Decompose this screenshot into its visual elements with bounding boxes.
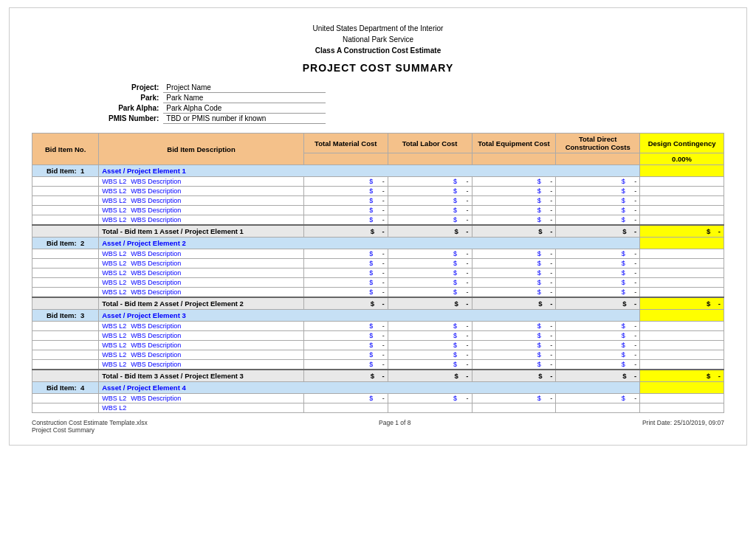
col-labor-spacer [388, 153, 472, 165]
wbs-desc-cell: WBS L2 WBS Description [99, 360, 304, 370]
wbs-equipment-cost: $ - [472, 177, 556, 187]
wbs-design-col [640, 249, 724, 259]
wbs-labor-cost: $ - [388, 360, 472, 370]
wbs-direct-cost: $ - [556, 215, 640, 226]
wbs-empty-no [32, 322, 99, 331]
wbs-direct-cost: $ - [556, 350, 640, 360]
project-label: Project: [106, 83, 163, 93]
agency-line3: Class A Construction Cost Estimate [32, 45, 724, 56]
wbs-empty-no [32, 360, 99, 370]
wbs-row: WBS L2 WBS Description $ - $ - $ - $ - [32, 322, 724, 331]
wbs-material-cost [303, 403, 388, 413]
wbs-empty-no [32, 350, 99, 360]
wbs-empty-no [32, 249, 99, 259]
wbs-material-cost: $ - [303, 177, 388, 187]
wbs-material-cost: $ - [303, 249, 388, 259]
bid-item-total-row: Total - Bid Item 1 Asset / Project Eleme… [32, 225, 724, 238]
footer-sheet-name: Project Cost Summary [32, 426, 148, 434]
wbs-empty-no [32, 259, 99, 268]
wbs-material-cost: $ - [303, 268, 388, 278]
wbs-desc-cell: WBS L2 WBS Description [99, 249, 304, 259]
bid-item-header-row: Bid Item: 3 Asset / Project Element 3 [32, 310, 724, 322]
wbs-equipment-cost: $ - [472, 196, 556, 206]
wbs-direct-cost: $ - [556, 268, 640, 278]
bid-item-design-cell [640, 310, 724, 322]
wbs-empty-no [32, 403, 99, 413]
bid-item-asset: Asset / Project Element 1 [99, 165, 640, 177]
wbs-equipment-cost: $ - [472, 249, 556, 259]
wbs-labor-cost: $ - [388, 215, 472, 226]
wbs-equipment-cost: $ - [472, 259, 556, 268]
wbs-desc-cell: WBS L2 WBS Description [99, 177, 304, 187]
wbs-design-col [640, 259, 724, 268]
wbs-empty-no [32, 187, 99, 196]
bid-item-design-cell [640, 165, 724, 177]
wbs-labor-cost: $ - [388, 206, 472, 215]
wbs-empty-no [32, 177, 99, 187]
bid-item-header-row: Bid Item: 2 Asset / Project Element 2 [32, 238, 724, 249]
wbs-empty-no [32, 341, 99, 350]
wbs-material-cost: $ - [303, 288, 388, 298]
wbs-desc-cell: WBS L2 WBS Description [99, 259, 304, 268]
wbs-design-col [640, 360, 724, 370]
bid-item-asset: Asset / Project Element 4 [99, 382, 640, 394]
wbs-labor-cost: $ - [388, 350, 472, 360]
wbs-equipment-cost: $ - [472, 350, 556, 360]
wbs-labor-cost: $ - [388, 259, 472, 268]
total-direct: $ - [556, 370, 640, 382]
wbs-row: WBS L2 WBS Description $ - $ - $ - $ - [32, 259, 724, 268]
wbs-labor-cost: $ - [388, 331, 472, 341]
bid-item-number: Bid Item: 3 [32, 310, 99, 322]
wbs-desc-cell: WBS L2 WBS Description [99, 215, 304, 226]
page-footer: Construction Cost Estimate Template.xlsx… [32, 419, 724, 434]
wbs-direct-cost: $ - [556, 360, 640, 370]
wbs-desc-cell: WBS L2 WBS Description [99, 322, 304, 331]
wbs-material-cost: $ - [303, 196, 388, 206]
wbs-row: WBS L2 WBS Description $ - $ - $ - $ - [32, 288, 724, 298]
wbs-desc-cell: WBS L2 WBS Description [99, 196, 304, 206]
wbs-design-col [640, 196, 724, 206]
total-row-label: Total - Bid Item 1 Asset / Project Eleme… [99, 225, 304, 238]
wbs-labor-cost: $ - [388, 268, 472, 278]
wbs-row: WBS L2 WBS Description $ - $ - $ - $ - [32, 196, 724, 206]
total-design: $ - [640, 225, 724, 238]
wbs-material-cost: $ - [303, 394, 388, 403]
wbs-design-col [640, 187, 724, 196]
col-total-direct: Total Direct Construction Costs [556, 134, 640, 153]
wbs-labor-cost [388, 403, 472, 413]
wbs-row: WBS L2 WBS Description $ - $ - $ - $ - [32, 215, 724, 226]
bid-item-design-cell [640, 382, 724, 394]
footer-left: Construction Cost Estimate Template.xlsx… [32, 419, 148, 434]
wbs-labor-cost: $ - [388, 196, 472, 206]
total-row-label-no [32, 225, 99, 238]
wbs-labor-cost: $ - [388, 394, 472, 403]
total-direct: $ - [556, 297, 640, 310]
wbs-desc-cell: WBS L2 WBS Description [99, 278, 304, 288]
wbs-row: WBS L2 WBS Description $ - $ - $ - $ - [32, 394, 724, 403]
wbs-row: WBS L2 WBS Description $ - $ - $ - $ - [32, 187, 724, 196]
cost-summary-table: Bid Item No. Bid Item Description Total … [32, 133, 724, 413]
wbs-direct-cost: $ - [556, 341, 640, 350]
col-design-pct: 0.00% [640, 153, 724, 165]
wbs-material-cost: $ - [303, 278, 388, 288]
wbs-desc-cell: WBS L2 WBS Description [99, 331, 304, 341]
wbs-design-col [640, 403, 724, 413]
wbs-equipment-cost: $ - [472, 360, 556, 370]
wbs-row: WBS L2 WBS Description $ - $ - $ - $ - [32, 268, 724, 278]
bid-item-total-row: Total - Bid Item 3 Asset / Project Eleme… [32, 370, 724, 382]
total-direct: $ - [556, 225, 640, 238]
wbs-direct-cost: $ - [556, 249, 640, 259]
wbs-empty-no [32, 288, 99, 298]
wbs-desc-cell: WBS L2 WBS Description [99, 288, 304, 298]
wbs-design-col [640, 215, 724, 226]
col-total-labor: Total Labor Cost [388, 134, 472, 153]
total-labor: $ - [388, 297, 472, 310]
wbs-material-cost: $ - [303, 331, 388, 341]
col-equipment-spacer [472, 153, 556, 165]
wbs-material-cost: $ - [303, 350, 388, 360]
agency-line1: United States Department of the Interior [32, 23, 724, 34]
wbs-design-col [640, 394, 724, 403]
bid-item-header-row: Bid Item: 4 Asset / Project Element 4 [32, 382, 724, 394]
wbs-labor-cost: $ - [388, 341, 472, 350]
wbs-direct-cost: $ - [556, 288, 640, 298]
